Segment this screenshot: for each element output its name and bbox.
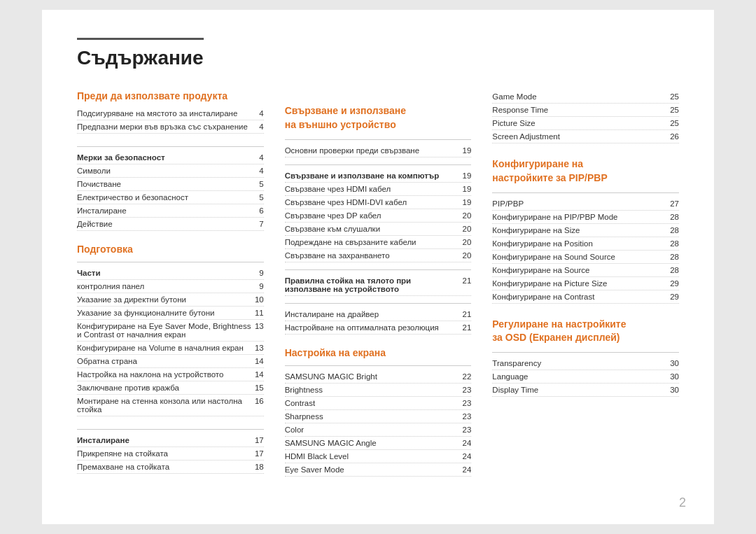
toc-item: контролния панел 9	[77, 280, 264, 293]
toc-item: Действие 7	[77, 218, 264, 231]
page-title: Съдържание	[77, 38, 204, 69]
toc-item: Picture Size 25	[492, 117, 679, 130]
section-osd: Регулиране на настройкитеза OSD (Екранен…	[492, 318, 679, 397]
toc-item: Конфигуриране на Position 28	[492, 237, 679, 251]
toc-item: Конфигуриране на Source 28	[492, 264, 679, 277]
toc-item: Color 23	[285, 423, 472, 437]
toc-item: Заключване против кражба 15	[77, 381, 264, 395]
section-connecting: Свързване и използванена външно устройст…	[285, 104, 472, 334]
section-title-screen-setup: Настройка на екрана	[285, 347, 472, 358]
toc-item: Правилна стойка на тялото при използване…	[285, 274, 472, 296]
toc-item: Конфигуриране на Eye Saver Mode, Brightn…	[77, 320, 264, 342]
toc-item: Свързване и използване на компютър 19	[285, 169, 472, 183]
toc-item: SAMSUNG MAGIC Bright 22	[285, 370, 472, 384]
toc-item: Language 30	[492, 370, 679, 384]
toc-item: Настройка на наклона на устройството 14	[77, 368, 264, 381]
toc-item: Конфигуриране на Contrast 29	[492, 290, 679, 304]
toc-item: Обратна страна 14	[77, 355, 264, 368]
toc-item: Конфигуриране на Sound Source 28	[492, 251, 679, 264]
section-pip-pbp: Конфигуриране нанастройките за PIP/PBP P…	[492, 157, 679, 303]
toc-item: Eye Saver Mode 24	[285, 463, 472, 477]
col2: Свързване и използванена външно устройст…	[285, 90, 493, 489]
toc-item: Инсталиране на драйвер 21	[285, 308, 472, 321]
toc-item: Подреждане на свързаните кабели 20	[285, 236, 472, 249]
toc-item: Подсигуряване на мястото за инсталиране …	[77, 107, 264, 120]
section-preparation: Подготовка Части 9 контролния панел 9 Ук…	[77, 244, 264, 416]
section-before-use: Преди да използвате продукта Подсигурява…	[77, 90, 264, 134]
section-installation: Инсталиране 17 Прикрепяне на стойката 17…	[77, 429, 264, 474]
toc-item: Game Mode 25	[492, 90, 679, 104]
toc-item: Основни проверки преди свързване 19	[285, 144, 472, 157]
toc-item: Инсталиране 6	[77, 204, 264, 218]
section-title-preparation: Подготовка	[77, 244, 264, 255]
toc-item: Мерки за безопасност 4	[77, 151, 264, 164]
toc-item: Свързване чрез DP кабел 20	[285, 209, 472, 223]
toc-item: Свързване към слушалки 20	[285, 223, 472, 236]
toc-item: Конфигуриране на Picture Size 29	[492, 277, 679, 290]
page-number: 2	[679, 496, 686, 510]
section-game-etc: Game Mode 25 Response Time 25 Picture Si…	[492, 90, 679, 143]
toc-item: Предпазни мерки във връзка със съхранени…	[77, 120, 264, 134]
toc-item: Конфигуриране на Volume в началния екран…	[77, 342, 264, 355]
section-title-pip-pbp: Конфигуриране нанастройките за PIP/PBP	[492, 157, 679, 185]
toc-item: Части 9	[77, 267, 264, 280]
toc-item: Свързване чрез HDMI-DVI кабел 19	[285, 196, 472, 209]
toc-item: Конфигуриране на PIP/PBP Mode 28	[492, 211, 679, 224]
toc-item: Електричество и безопасност 5	[77, 191, 264, 204]
section-title-before-use: Преди да използвате продукта	[77, 90, 264, 101]
toc-columns: Преди да използвате продукта Подсигурява…	[77, 90, 679, 489]
col3: Game Mode 25 Response Time 25 Picture Si…	[492, 90, 679, 489]
toc-item: Sharpness 23	[285, 410, 472, 423]
toc-item: Указание за функционалните бутони 11	[77, 307, 264, 320]
col1: Преди да използвате продукта Подсигурява…	[77, 90, 285, 489]
toc-item: Символи 4	[77, 164, 264, 178]
toc-item: Настройване на оптималната резолюция 21	[285, 321, 472, 335]
toc-item: Инсталиране 17	[77, 434, 264, 447]
toc-item: PIP/PBP 27	[492, 197, 679, 211]
section-before-use-items: Подсигуряване на мястото за инсталиране …	[77, 107, 264, 134]
toc-item: Transparency 30	[492, 357, 679, 370]
toc-item: SAMSUNG MAGIC Angle 24	[285, 437, 472, 450]
section-title-osd: Регулиране на настройкитеза OSD (Екранен…	[492, 318, 679, 345]
section-screen-setup: Настройка на екрана SAMSUNG MAGIC Bright…	[285, 347, 472, 477]
toc-item: Screen Adjustment 26	[492, 130, 679, 143]
toc-item: Brightness 23	[285, 384, 472, 397]
page: Съдържание Преди да използвате продукта …	[42, 10, 714, 524]
toc-item: HDMI Black Level 24	[285, 450, 472, 463]
section-title-connecting: Свързване и използванена външно устройст…	[285, 104, 472, 132]
toc-item: Прикрепяне на стойката 17	[77, 447, 264, 461]
toc-item: Contrast 23	[285, 397, 472, 410]
toc-item: Свързване на захранването 20	[285, 249, 472, 262]
toc-item: Response Time 25	[492, 104, 679, 117]
toc-item: Монтиране на стенна конзола или настолна…	[77, 395, 264, 416]
section-safety: Мерки за безопасност 4 Символи 4 Почиств…	[77, 146, 264, 231]
toc-item: Конфигуриране на Size 28	[492, 224, 679, 237]
toc-item: Свързване чрез HDMI кабел 19	[285, 183, 472, 196]
toc-item: Display Time 30	[492, 384, 679, 397]
toc-item: Почистване 5	[77, 178, 264, 191]
toc-item: Указание за директни бутони 10	[77, 293, 264, 307]
toc-item: Премахване на стойката 18	[77, 461, 264, 474]
